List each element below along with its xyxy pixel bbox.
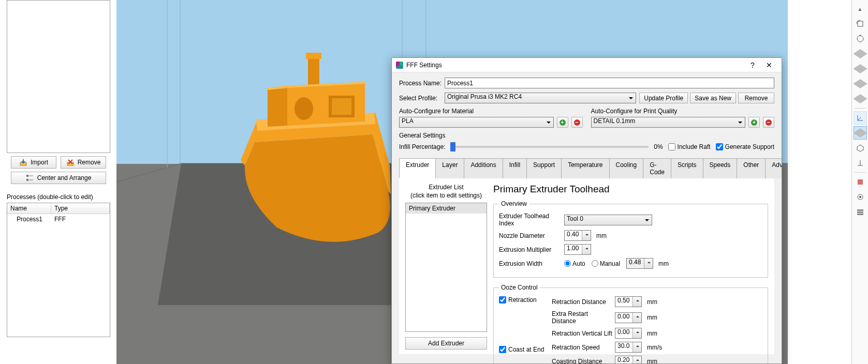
nozzle-diameter-input[interactable]: 0.40	[564, 230, 591, 241]
view-collapse-button[interactable]: ▲	[854, 2, 867, 16]
quality-select[interactable]: DETAIL 0.1mm	[591, 117, 746, 128]
extrusion-width-auto-radio[interactable]: Auto	[564, 260, 585, 267]
toolbar-separator	[855, 172, 866, 173]
process-name-label: Process Name:	[399, 80, 445, 87]
tab-additions[interactable]: Additions	[464, 158, 503, 178]
xray-icon	[856, 178, 864, 186]
table-row[interactable]: Process1 FFF	[7, 214, 110, 224]
auto-material-label: Auto-Configure for Material	[399, 108, 583, 115]
extra-restart-distance-input[interactable]: 0.00	[615, 312, 642, 323]
close-button[interactable]: ✕	[761, 61, 777, 69]
infill-slider[interactable]	[450, 146, 649, 148]
auto-quality-label: Auto-Configure for Print Quality	[591, 108, 775, 115]
extrusion-multiplier-label: Extrusion Multiplier	[499, 246, 562, 253]
nozzle-diameter-label: Nozzle Diameter	[499, 232, 562, 239]
add-extruder-button[interactable]: Add Extruder	[405, 337, 487, 350]
view-axes-button[interactable]	[854, 111, 867, 125]
svg-rect-15	[26, 175, 28, 177]
generate-support-checkbox[interactable]: Generate Support	[716, 143, 774, 150]
view-reset-button[interactable]	[854, 32, 867, 46]
toolhead-index-label: Extruder Toolhead Index	[499, 213, 562, 227]
toolbar-separator	[855, 108, 866, 109]
quality-add-button[interactable]: +	[748, 117, 760, 128]
tab-infill[interactable]: Infill	[503, 158, 527, 178]
view-front-button[interactable]	[854, 62, 867, 75]
tab-extruder[interactable]: Extruder	[399, 158, 436, 178]
view-rotate-button[interactable]	[854, 17, 867, 31]
extrusion-width-manual-radio[interactable]: Manual	[592, 260, 620, 267]
cube-icon	[853, 64, 867, 73]
retraction-vertical-lift-input[interactable]: 0.00	[615, 328, 642, 339]
view-wireframe-button[interactable]	[854, 141, 867, 155]
import-button[interactable]: Import	[11, 156, 56, 169]
slider-thumb[interactable]	[450, 142, 455, 151]
overview-legend: Overview	[499, 200, 529, 207]
ooze-control-legend: Ooze Control	[499, 284, 540, 291]
remove-profile-button[interactable]: Remove	[738, 93, 774, 103]
help-button[interactable]: ?	[744, 61, 761, 69]
profile-select[interactable]: Original Prusa i3 MK2 RC4	[445, 93, 636, 103]
process-type-cell: FFF	[51, 214, 110, 224]
app-logo-icon	[396, 62, 403, 69]
update-profile-button[interactable]: Update Profile	[639, 93, 688, 103]
tab-speeds[interactable]: Speeds	[703, 158, 738, 178]
material-remove-button[interactable]: −	[571, 117, 583, 128]
view-xray-button[interactable]	[854, 175, 867, 189]
processes-table[interactable]: Name Type Process1 FFF	[7, 203, 110, 337]
svg-rect-20	[858, 179, 863, 185]
process-name-cell: Process1	[7, 214, 51, 224]
svg-rect-24	[857, 211, 863, 213]
coasting-distance-input[interactable]: 0.20	[615, 356, 642, 363]
view-top-button[interactable]	[854, 47, 867, 60]
extruder-list-item[interactable]: Primary Extruder	[406, 203, 487, 214]
retraction-speed-input[interactable]: 30.0	[615, 342, 642, 353]
svg-rect-14	[67, 162, 73, 165]
infill-percent-value: 0%	[654, 143, 663, 150]
tab-scripts[interactable]: Scripts	[671, 158, 703, 178]
view-iso-button[interactable]	[854, 92, 867, 105]
tab-temperature[interactable]: Temperature	[561, 158, 609, 178]
material-add-button[interactable]: +	[557, 117, 568, 128]
general-settings-label: General Settings	[399, 132, 774, 139]
remove-button[interactable]: Remove	[61, 156, 106, 169]
tab-support[interactable]: Support	[526, 158, 562, 178]
toolhead-index-select[interactable]: Tool 0	[564, 215, 652, 225]
extrusion-width-label: Extrusion Width	[499, 260, 562, 267]
tab-advanced[interactable]: Advanced	[765, 158, 782, 178]
layers-icon	[856, 208, 864, 216]
dialog-titlebar[interactable]: FFF Settings ? ✕	[392, 58, 782, 72]
dialog-title: FFF Settings	[406, 62, 744, 69]
col-type-header: Type	[51, 203, 110, 214]
svg-marker-19	[857, 145, 863, 151]
view-settings-button[interactable]	[854, 190, 867, 204]
extrusion-multiplier-input[interactable]: 1.00	[564, 244, 591, 255]
process-name-input[interactable]	[445, 78, 774, 88]
view-toolbar: ▲	[851, 0, 868, 364]
tab-gcode[interactable]: G-Code	[643, 158, 671, 178]
view-normals-button[interactable]	[854, 156, 867, 170]
cube-icon	[853, 79, 867, 88]
view-solid-button[interactable]	[854, 126, 867, 140]
center-arrange-icon	[26, 174, 34, 182]
svg-point-22	[859, 196, 861, 198]
tab-layer[interactable]: Layer	[435, 158, 464, 178]
quality-remove-button[interactable]: −	[763, 117, 774, 128]
retraction-distance-input[interactable]: 0.50	[615, 296, 642, 307]
svg-rect-23	[857, 209, 863, 211]
save-as-new-button[interactable]: Save as New	[690, 93, 736, 103]
tab-cooling[interactable]: Cooling	[609, 158, 644, 178]
models-list[interactable]	[7, 0, 110, 153]
extruder-list[interactable]: Primary Extruder	[405, 203, 487, 332]
material-select[interactable]: PLA	[399, 117, 554, 128]
view-layers-button[interactable]	[854, 205, 867, 219]
include-raft-checkbox[interactable]: Include Raft	[668, 143, 711, 150]
view-side-button[interactable]	[854, 77, 867, 90]
center-arrange-button[interactable]: Center and Arrange	[11, 172, 106, 184]
coasting-distance-label: Coasting Distance	[552, 358, 613, 364]
remove-icon	[66, 158, 75, 166]
tab-other[interactable]: Other	[737, 158, 766, 178]
coast-at-end-checkbox[interactable]: Coast at End	[499, 346, 545, 353]
retraction-checkbox[interactable]: Retraction	[499, 296, 545, 304]
cube-icon	[853, 128, 867, 138]
infill-percent-label: Infill Percentage:	[399, 143, 445, 150]
